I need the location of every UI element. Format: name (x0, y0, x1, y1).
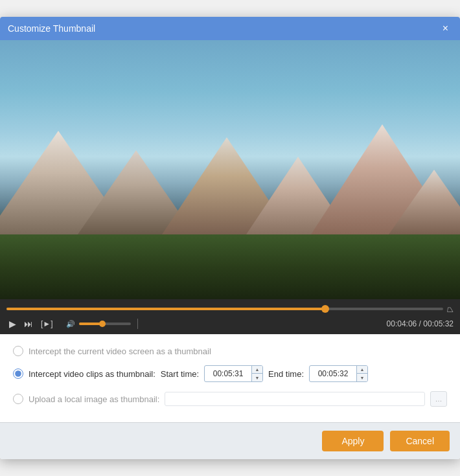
playback-controls: ▶ ⏭ [►] 🔊 00:04:06 / 00:05:32 (6, 317, 454, 330)
progress-row: ⏢ (6, 303, 454, 315)
shrubs-layer (0, 234, 460, 299)
start-time-spinners: ▲ ▼ (251, 366, 262, 381)
time-divider (137, 319, 138, 329)
end-time-label: End time: (268, 369, 304, 379)
time-display: 00:04:06 / 00:05:32 (387, 319, 454, 328)
time-total: 00:05:32 (423, 319, 454, 328)
end-time-wrapper: 00:05:32 ▲ ▼ (309, 365, 368, 382)
option-1-label[interactable]: Intercept the current video screen as a … (29, 346, 211, 356)
bars-icon: ⏢ (447, 303, 454, 315)
play-button[interactable]: ▶ (6, 317, 19, 330)
start-time-wrapper: 00:05:31 ▲ ▼ (204, 365, 263, 382)
controls-bar: ⏢ ▶ ⏭ [►] 🔊 00:04:06 / 00:05:32 (0, 299, 460, 334)
progress-fill (6, 308, 325, 310)
close-button[interactable]: × (439, 22, 452, 35)
end-time-input[interactable]: 00:05:32 (310, 367, 356, 380)
time-current: 00:04:06 (387, 319, 417, 328)
customize-thumbnail-dialog: Customize Thumbnail × ⏢ (0, 17, 460, 459)
option-row-1: Intercept the current video screen as a … (13, 346, 447, 356)
volume-row: 🔊 (65, 319, 131, 330)
option-3-label[interactable]: Upload a local image as thumbnail: (29, 394, 159, 404)
video-preview (0, 40, 460, 299)
footer: Apply Cancel (0, 422, 460, 459)
volume-icon-button[interactable]: 🔊 (65, 319, 76, 330)
browse-button[interactable]: … (430, 391, 447, 407)
video-thumbnail (0, 40, 460, 299)
option-row-3: Upload a local image as thumbnail: … (13, 391, 447, 407)
upload-path-input[interactable] (165, 392, 425, 406)
browse-icon: … (435, 395, 443, 403)
end-time-up-button[interactable]: ▲ (357, 366, 367, 374)
radio-option-3[interactable] (13, 394, 23, 404)
bracket-button[interactable]: [►] (38, 318, 56, 330)
options-area: Intercept the current video screen as a … (0, 334, 460, 422)
option-2-label[interactable]: Intercept video clips as thumbnail: (29, 369, 155, 379)
start-time-up-button[interactable]: ▲ (252, 366, 262, 374)
option-row-2: Intercept video clips as thumbnail: Star… (13, 365, 447, 382)
mountains-layer (0, 105, 460, 234)
time-separator: / (419, 319, 421, 328)
progress-thumb[interactable] (321, 305, 329, 313)
title-bar: Customize Thumbnail × (0, 17, 460, 40)
cancel-button[interactable]: Cancel (390, 431, 450, 451)
start-time-down-button[interactable]: ▼ (252, 374, 262, 381)
end-time-spinners: ▲ ▼ (356, 366, 367, 381)
start-time-label: Start time: (161, 369, 199, 379)
volume-thumb[interactable] (99, 321, 106, 327)
end-time-down-button[interactable]: ▼ (357, 374, 367, 381)
volume-icon: 🔊 (66, 320, 75, 328)
start-time-input[interactable]: 00:05:31 (205, 367, 251, 380)
step-forward-button[interactable]: ⏭ (21, 317, 36, 330)
radio-option-2[interactable] (13, 368, 23, 379)
progress-track[interactable] (6, 308, 443, 310)
dialog-title: Customize Thumbnail (8, 23, 95, 34)
apply-button[interactable]: Apply (322, 431, 384, 451)
radio-option-1[interactable] (13, 346, 23, 356)
volume-track[interactable] (79, 323, 131, 325)
